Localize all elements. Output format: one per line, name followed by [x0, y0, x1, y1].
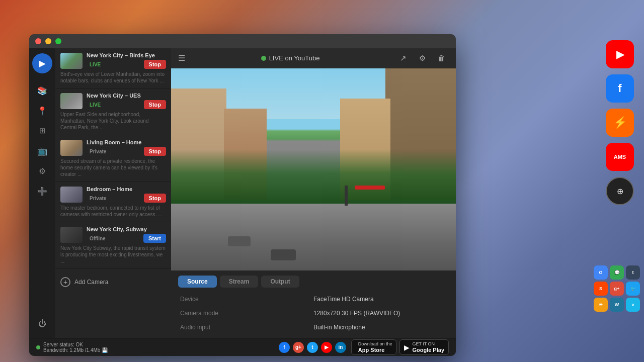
s-small-icon[interactable]: S [594, 282, 608, 296]
target-desktop-icon[interactable]: ⊕ [606, 177, 634, 205]
tab-stream[interactable]: Stream [220, 276, 259, 288]
tab-row: Source Stream Output [178, 276, 449, 288]
main-panel: ☰ LIVE on YouTube ↗ ⚙ 🗑 [171, 48, 456, 338]
camera-name-5: New York City, Subway [87, 226, 166, 232]
camera-info-4: Bedroom – Home Private Stop [87, 186, 166, 203]
tab-source[interactable]: Source [178, 276, 217, 288]
camera-name-2: New York City – UES [87, 93, 166, 99]
close-button[interactable] [35, 38, 41, 44]
tab-output[interactable]: Output [261, 276, 299, 288]
camera-desc-3: Secured stream of a private residence, t… [60, 158, 166, 177]
googleplus-social-icon[interactable]: g+ [293, 342, 304, 353]
sidebar-item-settings[interactable]: ⚙ [33, 162, 51, 180]
video-preview [171, 68, 456, 270]
youtube-social-icon[interactable]: ▶ [321, 342, 332, 353]
red-awning [355, 186, 385, 190]
street-layer [171, 204, 456, 270]
sidebar-item-plus[interactable]: ➕ [33, 182, 51, 200]
minimize-button[interactable] [45, 38, 51, 44]
live-dot-indicator [261, 56, 266, 61]
app-logo[interactable]: ▶ [32, 53, 52, 73]
thunder-desktop-icon[interactable]: ⚡ [606, 109, 634, 137]
linkedin-social-icon[interactable]: in [335, 342, 346, 353]
traffic-pole [345, 186, 348, 206]
live-label: LIVE on YouTube [269, 54, 320, 62]
delete-button[interactable]: 🗑 [434, 51, 449, 66]
grid-icon: ⊞ [39, 126, 46, 135]
status-bar: Server status: OK Bandwidth: 1.2Mb /1.4M… [29, 338, 456, 356]
server-status-text: Server status: OK Bandwidth: 1.2Mb /1.4M… [43, 342, 108, 353]
camera-start-button-5[interactable]: Start [143, 234, 166, 243]
camera-stop-button-1[interactable]: Stop [144, 60, 166, 69]
camera-item-living-room[interactable]: Living Room – Home Private Stop Secured … [55, 135, 171, 182]
camera-desc-2: Upper East Side and neighborhood, Manhat… [60, 111, 166, 131]
camera-mode-label: Camera mode [180, 308, 313, 319]
add-camera-button[interactable]: + Add Camera [55, 271, 171, 293]
hamburger-menu-icon[interactable]: ☰ [178, 53, 185, 63]
camera-item-nyc-ues[interactable]: New York City – UES LIVE Stop Upper East… [55, 88, 171, 135]
camera-mode-value: 644x362 30 FPS (RAWVIDEO) [313, 308, 447, 319]
live-indicator: LIVE on YouTube [190, 54, 390, 62]
app-store-badge[interactable]: Download on the App Store [351, 339, 397, 355]
camera-desc-1: Bird's-eye view of Lower Manhattan, zoom… [60, 71, 166, 84]
camera-item-subway[interactable]: New York City, Subway Offline Start New … [55, 222, 171, 269]
camera-thumbnail-5 [60, 227, 83, 243]
facebook-desktop-icon[interactable]: f [606, 74, 634, 103]
twitter-social-icon[interactable]: t [307, 342, 318, 353]
camera-status-5: Offline [87, 235, 109, 242]
app-window: ▶ 📚 📍 ⊞ 📺 ⚙ ➕ ⏻ [29, 34, 456, 356]
camera-item-bedroom[interactable]: Bedroom – Home Private Stop The master b… [55, 182, 171, 222]
sidebar-item-video[interactable]: 📺 [33, 142, 51, 160]
camera-name-1: New York City – Birds Eye [87, 52, 166, 58]
maximize-button[interactable] [55, 38, 61, 44]
audio-input-value: Built-in Microphone [313, 322, 447, 333]
power-icon: ⏻ [38, 319, 46, 328]
camera-desc-4: The master bedroom, connected to my list… [60, 205, 166, 218]
youtube-logo: ▶ [616, 48, 624, 60]
camera-item-nyc-birds-eye[interactable]: New York City – Birds Eye LIVE Stop Bird… [55, 48, 171, 88]
g-small-icon[interactable]: G [594, 265, 608, 280]
target-logo: ⊕ [617, 187, 623, 196]
settings-button[interactable]: ⚙ [415, 51, 430, 66]
add-circle-icon: + [60, 277, 70, 287]
social-icons: f g+ t ▶ in [279, 342, 346, 353]
google-play-badge[interactable]: ▶ GET IT ON Google Play [399, 339, 449, 355]
share-button[interactable]: ↗ [395, 51, 411, 66]
sun-small-icon[interactable]: ☀ [594, 298, 608, 312]
sidebar-item-power[interactable]: ⏻ [33, 315, 51, 333]
camera-stop-button-4[interactable]: Stop [144, 194, 166, 203]
car-1 [271, 249, 296, 260]
video-icon: 📺 [37, 146, 47, 156]
street-scene-bg [171, 68, 456, 270]
app-store-text: Download on the App Store [358, 341, 392, 353]
top-bar: ☰ LIVE on YouTube ↗ ⚙ 🗑 [171, 48, 456, 68]
sidebar-item-location[interactable]: 📍 [33, 102, 51, 120]
google-play-text: GET IT ON Google Play [412, 341, 444, 353]
audio-input-label: Audio input [180, 322, 313, 333]
camera-stop-button-3[interactable]: Stop [144, 147, 166, 156]
camera-stop-button-2[interactable]: Stop [144, 100, 166, 109]
tumblr-small-icon[interactable]: t [626, 265, 640, 280]
hdd-icon: 💾 [102, 347, 108, 353]
sidebar-item-grid[interactable]: ⊞ [33, 122, 51, 140]
bottom-controls: Source Stream Output Device FaceTime HD … [171, 270, 456, 338]
sidebar-item-library[interactable]: 📚 [33, 81, 51, 100]
youtube-desktop-icon[interactable]: ▶ [606, 40, 634, 68]
chat-small-icon[interactable]: 💬 [610, 265, 624, 280]
store-badges: Download on the App Store ▶ GET IT ON Go… [351, 339, 449, 355]
thunder-logo: ⚡ [613, 116, 627, 129]
device-label: Device [180, 294, 313, 305]
gplus-small-icon[interactable]: g+ [610, 282, 624, 296]
settings-icon: ⚙ [39, 166, 46, 176]
camera-thumbnail-3 [60, 140, 83, 156]
camera-status-4: Private [87, 195, 109, 202]
logo-icon: ▶ [39, 58, 46, 69]
camera-info-5: New York City, Subway Offline Start [87, 226, 166, 243]
ams-desktop-icon[interactable]: AMS [606, 143, 634, 171]
facebook-social-icon[interactable]: f [279, 342, 290, 353]
vimeo-small-icon[interactable]: v [626, 298, 640, 312]
wp-small-icon[interactable]: W [610, 298, 624, 312]
camera-info-3: Living Room – Home Private Stop [87, 139, 166, 156]
desktop-icon-dock: ▶ f ⚡ AMS ⊕ [606, 40, 634, 205]
twitter-small-icon[interactable]: 🐦 [626, 282, 640, 296]
